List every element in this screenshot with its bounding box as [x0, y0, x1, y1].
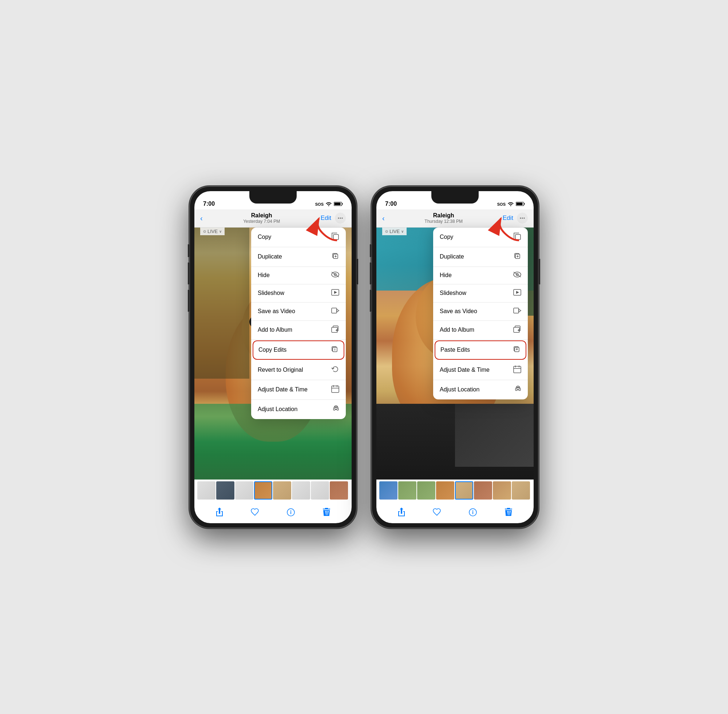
- share-button[interactable]: [211, 504, 228, 520]
- menu-item-duplicate[interactable]: Duplicate: [251, 247, 346, 267]
- slideshow-icon-r: [513, 289, 521, 297]
- thumb-item-r[interactable]: [398, 482, 416, 500]
- svg-rect-58: [514, 366, 521, 373]
- svg-rect-41: [515, 234, 521, 240]
- copy-icon: [331, 232, 339, 242]
- menu-item-copy-edits[interactable]: Copy Edits: [253, 340, 345, 360]
- nav-actions-right: Edit: [503, 213, 528, 224]
- volume-up-button-right: [370, 262, 371, 284]
- thumb-item-r[interactable]: [417, 482, 435, 500]
- left-phone: 7:00 SOS ‹ Raleigh Yesterday 7:04 PM Edi…: [189, 186, 357, 528]
- live-label: LIVE: [207, 229, 218, 234]
- heart-button-right[interactable]: [429, 504, 445, 520]
- left-phone-screen: 7:00 SOS ‹ Raleigh Yesterday 7:04 PM Edi…: [195, 191, 352, 523]
- thumb-item[interactable]: [254, 482, 272, 500]
- menu-item-paste-edits-label: Paste Edits: [440, 346, 470, 353]
- menu-item-save-video-label-r: Save as Video: [440, 308, 477, 315]
- back-button-right[interactable]: ‹: [382, 214, 385, 222]
- thumb-item[interactable]: [197, 482, 216, 500]
- wifi-icon: [326, 202, 332, 207]
- menu-item-hide[interactable]: Hide: [251, 267, 346, 284]
- svg-marker-52: [519, 309, 521, 312]
- svg-rect-1: [334, 202, 341, 205]
- info-button[interactable]: i: [283, 504, 299, 520]
- thumb-item[interactable]: [292, 482, 310, 500]
- menu-item-adjust-date-r[interactable]: Adjust Date & Time: [433, 360, 528, 380]
- live-icon: ⊙: [203, 230, 206, 233]
- thumb-item-r[interactable]: [474, 482, 492, 500]
- bottom-toolbar: i: [195, 501, 352, 523]
- svg-point-35: [520, 218, 521, 219]
- thumb-item[interactable]: [273, 482, 291, 500]
- battery-icon-right: [516, 202, 525, 207]
- thumbnail-strip: [195, 480, 352, 501]
- live-bar-right: ⊙ LIVE ∨: [382, 228, 407, 235]
- menu-item-slideshow[interactable]: Slideshow: [251, 284, 346, 303]
- edit-button-right[interactable]: Edit: [503, 214, 513, 222]
- battery-icon: [334, 202, 343, 207]
- time-display-right: 7:00: [385, 201, 397, 207]
- heart-button[interactable]: [247, 504, 263, 520]
- menu-item-hide-label-r: Hide: [440, 272, 452, 279]
- add-album-icon: [331, 326, 339, 334]
- live-badge[interactable]: ⊙ LIVE ∨: [200, 228, 225, 235]
- menu-item-revert[interactable]: Revert to Original: [251, 360, 346, 380]
- menu-item-slideshow-label-r: Slideshow: [440, 290, 466, 296]
- nav-actions: Edit: [321, 213, 346, 224]
- thumb-item-r[interactable]: [436, 482, 454, 500]
- thumb-item-r[interactable]: [493, 482, 511, 500]
- hide-icon: [331, 272, 339, 279]
- right-phone-screen: 7:00 SOS ‹ Raleigh Thursday 12:38 PM Edi…: [376, 191, 533, 523]
- share-button-right[interactable]: [394, 504, 409, 520]
- menu-item-save-video[interactable]: Save as Video: [251, 303, 346, 321]
- menu-item-add-album[interactable]: Add to Album: [251, 321, 346, 340]
- adjust-location-icon-r: [515, 385, 521, 394]
- menu-item-slideshow-r[interactable]: Slideshow: [433, 284, 528, 303]
- menu-item-hide-r[interactable]: Hide: [433, 267, 528, 284]
- menu-item-adjust-location[interactable]: Adjust Location: [251, 400, 346, 419]
- thumb-item[interactable]: [330, 482, 348, 500]
- power-button: [357, 259, 358, 284]
- mute-button-right: [370, 244, 371, 257]
- menu-item-save-video-r[interactable]: Save as Video: [433, 303, 528, 321]
- svg-point-40: [472, 510, 473, 511]
- info-button-right[interactable]: i: [465, 504, 481, 520]
- menu-item-paste-edits[interactable]: Paste Edits: [434, 340, 526, 360]
- thumb-item[interactable]: [311, 482, 329, 500]
- thumb-item[interactable]: [216, 482, 234, 500]
- live-badge-right[interactable]: ⊙ LIVE ∨: [382, 228, 407, 235]
- volume-down-button-right: [370, 290, 371, 312]
- svg-marker-17: [334, 291, 337, 294]
- sos-indicator: SOS: [315, 202, 324, 207]
- trash-button-right[interactable]: [500, 504, 517, 520]
- menu-item-copy-r[interactable]: Copy: [433, 228, 528, 247]
- menu-item-copy-label-r: Copy: [440, 234, 453, 240]
- power-button-right: [538, 259, 540, 284]
- more-button[interactable]: [335, 213, 346, 224]
- svg-point-37: [524, 218, 525, 219]
- nav-subtitle-right: Thursday 12:38 PM: [424, 219, 463, 224]
- back-button[interactable]: ‹: [200, 214, 203, 222]
- thumb-item[interactable]: [235, 482, 253, 500]
- more-button-right[interactable]: [517, 213, 528, 224]
- edit-button[interactable]: Edit: [321, 214, 331, 222]
- volume-down-button: [188, 290, 190, 312]
- menu-item-adjust-location-r[interactable]: Adjust Location: [433, 380, 528, 399]
- thumb-item-r[interactable]: [512, 482, 530, 500]
- navigation-bar: ‹ Raleigh Yesterday 7:04 PM Edit: [195, 209, 352, 228]
- save-video-icon: [331, 307, 339, 316]
- thumb-item-r[interactable]: [379, 482, 397, 500]
- menu-item-copy[interactable]: Copy: [251, 228, 346, 247]
- thumb-item-r[interactable]: [455, 482, 473, 500]
- trash-button[interactable]: [319, 504, 334, 520]
- svg-rect-8: [333, 234, 339, 240]
- notch-right: [431, 191, 479, 204]
- menu-item-adjust-date[interactable]: Adjust Date & Time: [251, 380, 346, 400]
- menu-item-add-album-r[interactable]: Add to Album: [433, 321, 528, 340]
- nav-center: Raleigh Yesterday 7:04 PM: [243, 212, 280, 224]
- live-chevron-right: ∨: [401, 230, 404, 233]
- menu-item-hide-label: Hide: [258, 272, 270, 279]
- hide-icon-r: [513, 272, 521, 279]
- live-label-right: LIVE: [389, 229, 400, 234]
- menu-item-duplicate-r[interactable]: Duplicate: [433, 247, 528, 267]
